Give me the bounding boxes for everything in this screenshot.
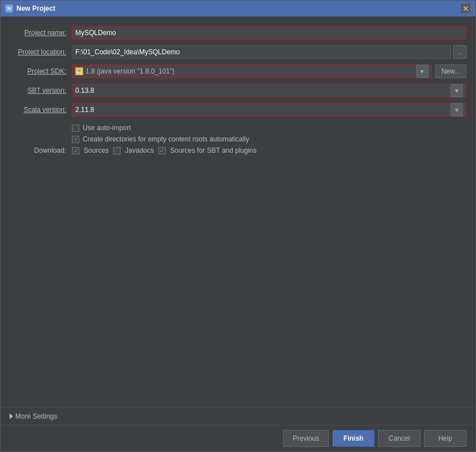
sbt-version-field: 0.13.8 ▼ — [72, 84, 466, 97]
new-project-dialog: N New Project ✕ Project name: Project lo… — [0, 0, 476, 452]
sbt-version-value: 0.13.8 — [75, 87, 94, 94]
project-location-browse-button[interactable]: ... — [453, 45, 466, 59]
project-location-row: Project location: ... — [10, 45, 466, 59]
sdk-dropdown-arrow[interactable]: ▼ — [416, 64, 428, 78]
scala-version-row: Scala version: 2.11.8 ▼ — [10, 102, 466, 117]
project-location-input-group: ... — [72, 45, 466, 59]
download-sources-checkbox[interactable] — [72, 147, 79, 154]
sbt-version-row: SBT version: 0.13.8 ▼ — [10, 83, 466, 98]
sdk-new-button[interactable]: New... — [435, 64, 466, 78]
download-javadocs-checkbox[interactable] — [113, 147, 121, 154]
auto-import-label: Use auto-import — [83, 124, 131, 132]
dialog-footer: Previous Finish Cancel Help — [1, 425, 475, 451]
download-row: Download: Sources Javadocs Sources for S… — [10, 147, 466, 154]
create-dirs-label: Create directories for empty content roo… — [83, 135, 249, 143]
create-dirs-row: Create directories for empty content roo… — [72, 135, 466, 143]
auto-import-row: Use auto-import — [72, 124, 466, 132]
scala-version-dropdown-arrow[interactable]: ▼ — [451, 103, 463, 117]
project-name-row: Project name: — [10, 25, 466, 40]
project-sdk-select[interactable]: ☕ 1.8 (java version "1.8.0_101") ▼ — [72, 64, 432, 78]
project-name-input[interactable] — [72, 26, 466, 40]
title-bar: N New Project ✕ — [1, 1, 475, 16]
more-settings-label: More Settings — [15, 412, 57, 420]
project-name-field — [72, 26, 466, 40]
project-location-input[interactable] — [72, 45, 451, 59]
help-button[interactable]: Help — [424, 430, 466, 447]
checkboxes-section: Use auto-import Create directories for e… — [72, 124, 466, 143]
scala-version-select[interactable]: 2.11.8 ▼ — [72, 103, 466, 117]
project-name-label: Project name: — [10, 29, 72, 37]
sbt-version-label: SBT version: — [10, 87, 72, 94]
previous-button[interactable]: Previous — [283, 430, 329, 447]
scala-version-label: Scala version: — [10, 106, 72, 114]
form-content: Project name: Project location: ... Proj… — [1, 16, 475, 407]
project-sdk-field: ☕ 1.8 (java version "1.8.0_101") ▼ New..… — [72, 64, 466, 78]
project-sdk-label: Project SDK: — [10, 67, 72, 75]
project-location-label: Project location: — [10, 48, 72, 56]
download-sbt-sources-checkbox[interactable] — [158, 147, 166, 154]
project-location-field: ... — [72, 45, 466, 59]
download-sbt-sources-label: Sources for SBT and plugins — [170, 147, 257, 154]
download-sources-label: Sources — [84, 147, 109, 154]
download-options: Sources Javadocs Sources for SBT and plu… — [72, 147, 256, 154]
finish-button[interactable]: Finish — [332, 430, 375, 447]
expand-icon — [10, 414, 13, 419]
sdk-value: 1.8 (java version "1.8.0_101") — [85, 67, 416, 75]
auto-import-checkbox[interactable] — [72, 124, 79, 132]
download-javadocs-label: Javadocs — [125, 147, 154, 154]
scala-version-field: 2.11.8 ▼ — [72, 103, 466, 117]
create-dirs-checkbox[interactable] — [72, 136, 79, 143]
close-button[interactable]: ✕ — [461, 3, 471, 14]
cancel-button[interactable]: Cancel — [378, 430, 421, 447]
sbt-version-select[interactable]: 0.13.8 ▼ — [72, 84, 466, 97]
sbt-version-dropdown-arrow[interactable]: ▼ — [451, 84, 463, 97]
download-label: Download: — [10, 147, 72, 154]
project-sdk-row: Project SDK: ☕ 1.8 (java version "1.8.0_… — [10, 64, 466, 79]
more-settings-section[interactable]: More Settings — [1, 407, 475, 425]
dialog-title: New Project — [16, 5, 457, 12]
app-icon: N — [5, 5, 13, 12]
scala-version-value: 2.11.8 — [75, 106, 94, 114]
sdk-icon: ☕ — [75, 67, 83, 75]
spacer — [10, 154, 466, 403]
